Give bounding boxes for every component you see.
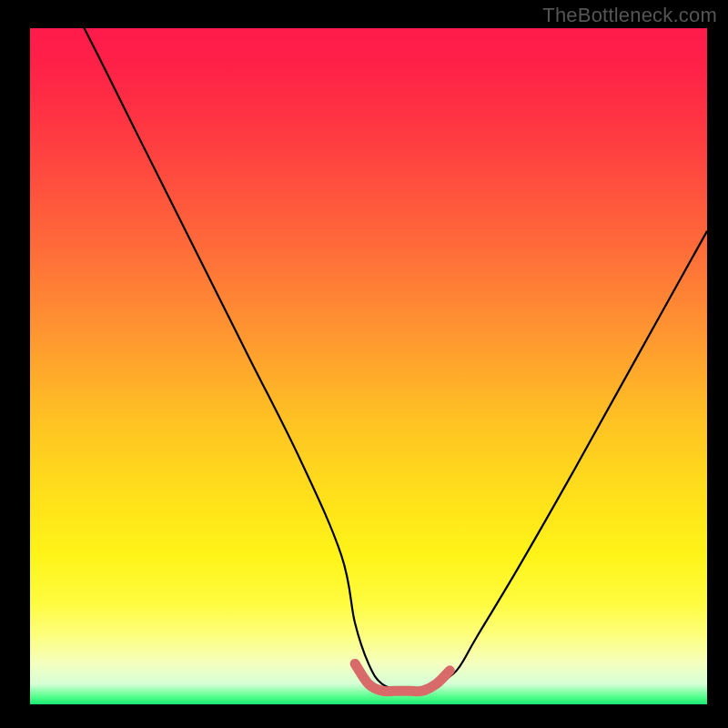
chart-svg [30, 28, 707, 704]
optimal-band [355, 663, 450, 691]
chart-frame: TheBottleneck.com [0, 0, 728, 728]
plot-area [30, 28, 707, 704]
watermark-text: TheBottleneck.com [542, 4, 717, 27]
bottleneck-curve [30, 28, 707, 692]
